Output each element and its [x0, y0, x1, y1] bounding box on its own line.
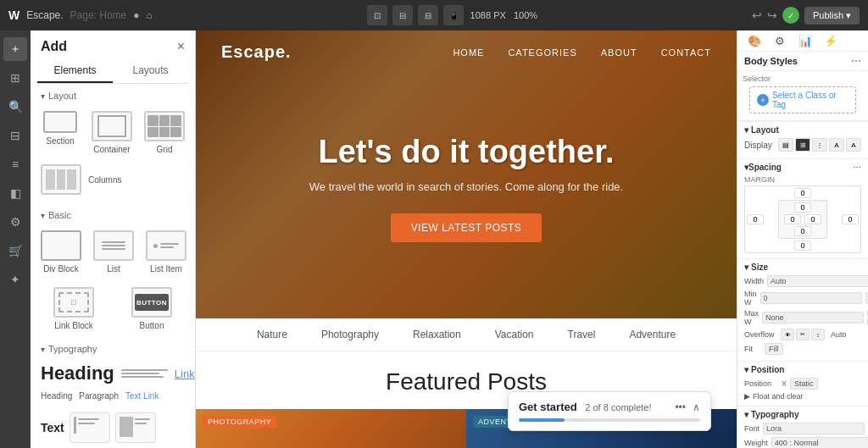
- text-element[interactable]: Text: [37, 409, 177, 448]
- add-class-icon[interactable]: ＋: [757, 94, 769, 106]
- tablet-sm-view[interactable]: ⊟: [418, 5, 438, 25]
- fit-value[interactable]: Fill: [765, 343, 783, 355]
- heading-label: Heading: [41, 391, 72, 401]
- nav-categories[interactable]: CATEGORIES: [508, 47, 576, 58]
- categories-nav: Nature Photography Relaxation Vacation T…: [196, 318, 737, 351]
- styles-icon[interactable]: 🎨: [744, 30, 765, 51]
- weight-row: Weight: [744, 437, 861, 448]
- post-card-photography[interactable]: PHOTOGRAPHY: [196, 409, 466, 448]
- expand-icon[interactable]: ▶: [744, 392, 750, 401]
- add-elements-icon[interactable]: ＋: [3, 37, 27, 61]
- selector-label: Selector: [743, 75, 863, 83]
- custom-code-icon[interactable]: ⚡: [821, 30, 841, 51]
- div-block-element[interactable]: Div Block: [37, 227, 85, 277]
- list-element[interactable]: List: [90, 227, 137, 277]
- cat-relaxation[interactable]: Relaxation: [413, 329, 461, 340]
- margin-right-input[interactable]: [842, 214, 859, 224]
- search-icon[interactable]: 🔍: [3, 95, 27, 119]
- tablet-view[interactable]: ⊟: [392, 5, 413, 25]
- margin-left-input[interactable]: [747, 214, 764, 224]
- nav-links: HOME CATEGORIES ABOUT CONTACT: [453, 47, 711, 58]
- redo-button[interactable]: ↪: [767, 8, 777, 22]
- fit-row: Fit Fill: [744, 343, 861, 355]
- overflow-scroll-icon[interactable]: ↕: [811, 329, 825, 340]
- heading-element[interactable]: Heading Link Heading Paragraph Text Link: [37, 359, 196, 404]
- nav-about[interactable]: ABOUT: [601, 47, 637, 58]
- padding-left-input[interactable]: [784, 214, 801, 224]
- top-bar-left: W Escape. Page: Home ● ⌂: [8, 8, 153, 22]
- container-element[interactable]: Container: [88, 108, 136, 158]
- settings-panel-icon[interactable]: ⚙: [770, 30, 790, 51]
- block-display[interactable]: ▤: [778, 138, 793, 152]
- save-icon[interactable]: ●: [133, 9, 139, 21]
- ecommerce-icon[interactable]: 🛒: [3, 239, 27, 263]
- selector-area: Selector ＋ Select a Class or Tag: [737, 71, 868, 121]
- nav-home[interactable]: HOME: [453, 47, 484, 58]
- toast-collapse-button[interactable]: ∧: [693, 401, 700, 413]
- button-icon: BUTTON: [131, 287, 172, 318]
- margin-bottom-input[interactable]: [794, 241, 811, 251]
- home-icon[interactable]: ⌂: [147, 9, 153, 21]
- cat-vacation[interactable]: Vacation: [495, 329, 534, 340]
- overflow-hidden-icon[interactable]: ✂: [796, 329, 810, 340]
- interactions-icon[interactable]: ✦: [3, 268, 27, 291]
- layout-subsection-title: Layout: [744, 125, 861, 135]
- maxw-input[interactable]: [762, 312, 864, 324]
- class-selector[interactable]: ＋ Select a Class or Tag: [749, 86, 856, 113]
- settings-icon[interactable]: ⚙: [3, 210, 27, 234]
- spacing-subsection: Spacing ⋯ MARGIN: [737, 158, 868, 258]
- desktop-view[interactable]: ⊡: [367, 5, 387, 25]
- padding-bottom-input[interactable]: [794, 226, 811, 236]
- inline-display[interactable]: A: [829, 138, 844, 152]
- list-item-element[interactable]: List Item: [142, 227, 190, 277]
- margin-top-input[interactable]: [794, 188, 811, 198]
- toast-title-area: Get started 2 of 8 complete!: [519, 401, 652, 413]
- width-input[interactable]: [767, 275, 868, 287]
- paragraph-label: Paragraph: [79, 391, 119, 401]
- body-styles-more[interactable]: ⋯: [851, 55, 861, 67]
- cat-adventure[interactable]: Adventure: [629, 329, 676, 340]
- nav-contact[interactable]: CONTACT: [661, 47, 711, 58]
- grid-element[interactable]: Grid: [141, 108, 188, 158]
- overflow-visible-icon[interactable]: 👁: [781, 329, 794, 340]
- padding-top-input[interactable]: [794, 202, 811, 213]
- assets-icon[interactable]: ◧: [3, 181, 27, 205]
- section-element[interactable]: Section: [37, 108, 83, 158]
- cat-photography[interactable]: Photography: [321, 329, 379, 340]
- tab-layouts[interactable]: Layouts: [113, 59, 188, 83]
- font-input[interactable]: [763, 423, 865, 434]
- right-panel-toolbar: 🎨 ⚙ 📊 ⚡: [737, 30, 868, 52]
- navigator-icon[interactable]: ⊞: [3, 66, 27, 90]
- weight-input[interactable]: [771, 437, 868, 448]
- list-icon: [93, 230, 134, 261]
- tab-elements[interactable]: Elements: [37, 59, 113, 83]
- hero-cta-button[interactable]: View Latest Posts: [391, 213, 542, 242]
- interactions-panel-icon[interactable]: 📊: [795, 30, 815, 51]
- publish-button[interactable]: Publish ▾: [804, 7, 860, 25]
- autosave-indicator: ✓: [782, 7, 799, 24]
- flex-display[interactable]: ⊞: [795, 138, 810, 152]
- add-panel: Add × Elements Layouts Layout Section Co…: [31, 30, 196, 448]
- cat-nature[interactable]: Nature: [257, 329, 287, 340]
- typography-subsection: Typography Font Weight: [737, 406, 868, 448]
- pages-icon[interactable]: ≡: [3, 152, 27, 176]
- width-label: Width: [744, 277, 764, 285]
- toast-more-button[interactable]: •••: [675, 401, 686, 413]
- position-value[interactable]: Static: [790, 378, 818, 390]
- close-button[interactable]: ×: [177, 39, 185, 54]
- mobile-view[interactable]: 📱: [443, 5, 464, 25]
- undo-button[interactable]: ↩: [752, 8, 762, 22]
- body-styles-title: Body Styles: [744, 56, 798, 66]
- minw-input[interactable]: [760, 292, 862, 304]
- cat-travel[interactable]: Travel: [568, 329, 596, 340]
- padding-right-input[interactable]: [804, 214, 821, 224]
- minw-unit[interactable]: PX: [865, 292, 868, 304]
- spacing-more[interactable]: ⋯: [853, 163, 861, 172]
- columns-element[interactable]: Columns: [37, 161, 125, 198]
- none-display[interactable]: A: [846, 138, 861, 152]
- link-block-element[interactable]: ⊡ Link Block: [37, 284, 110, 334]
- grid-display[interactable]: ⋮: [812, 138, 827, 152]
- button-element[interactable]: BUTTON Button: [115, 284, 188, 334]
- text-link-label: Text Link: [125, 391, 159, 401]
- cms-icon[interactable]: ⊟: [3, 124, 27, 147]
